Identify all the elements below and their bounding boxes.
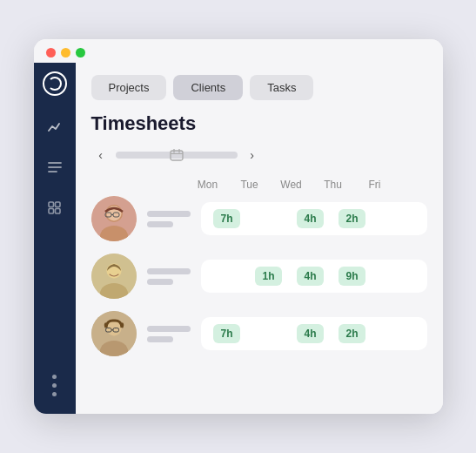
hour-cell-thu: 2h (332, 209, 373, 228)
hour-badge: 7h (213, 324, 239, 343)
date-nav: ‹ › (91, 145, 427, 165)
svg-rect-7 (171, 151, 183, 160)
hours-row: 7h 4h 2h (201, 317, 427, 350)
table-row: 7h 4h 2h (91, 311, 427, 356)
tab-bar: Projects Clients Tasks (91, 75, 427, 100)
hour-badge: 4h (297, 267, 323, 286)
sidebar-dot-group (52, 375, 57, 405)
col-header-wed: Wed (271, 179, 312, 191)
hour-cell-wed: 4h (290, 267, 332, 286)
user-name-placeholder (147, 268, 191, 285)
table-header: Mon Tue Wed Thu Fri (91, 179, 427, 191)
name-line-1 (147, 211, 191, 217)
col-header-thu: Thu (312, 179, 354, 191)
table-row: 7h 4h 2h (91, 196, 427, 241)
titlebar (34, 39, 443, 63)
sidebar-dot-2 (52, 383, 57, 388)
user-name-placeholder (147, 211, 191, 227)
hour-badge: 2h (339, 324, 365, 343)
col-header-tue: Tue (229, 179, 271, 191)
sidebar-logo[interactable] (43, 71, 67, 96)
calendar-icon (170, 149, 184, 161)
avatar (91, 311, 137, 356)
hour-cell-mon: 7h (206, 324, 248, 343)
name-line-1 (147, 326, 191, 332)
sidebar-item-list[interactable] (43, 155, 67, 179)
name-line-2 (147, 279, 173, 285)
hour-cell-thu: 9h (332, 267, 373, 286)
hour-badge: 4h (297, 324, 323, 343)
col-header-fri: Fri (354, 179, 396, 191)
minimize-dot[interactable] (61, 48, 70, 57)
svg-rect-3 (49, 202, 54, 207)
hour-badge: 1h (255, 267, 281, 286)
content-area: Projects Clients Tasks Timesheets ‹ › (76, 63, 443, 414)
tab-tasks[interactable]: Tasks (250, 75, 313, 100)
logo-icon (48, 77, 62, 91)
avatar (91, 254, 137, 299)
timesheet-table: Mon Tue Wed Thu Fri (91, 179, 427, 356)
name-line-2 (147, 221, 173, 227)
svg-rect-4 (56, 202, 61, 207)
hour-cell-wed: 4h (290, 324, 332, 343)
prev-button[interactable]: ‹ (91, 145, 111, 165)
hours-row: 7h 4h 2h (201, 202, 427, 235)
name-line-2 (147, 336, 173, 342)
hour-badge: 4h (297, 209, 323, 228)
hour-cell-thu: 2h (332, 324, 373, 343)
maximize-dot[interactable] (76, 48, 85, 57)
col-header-mon: Mon (187, 179, 229, 191)
page-title: Timesheets (91, 112, 427, 135)
sidebar-dot-1 (52, 375, 57, 379)
tab-clients[interactable]: Clients (173, 75, 243, 100)
next-button[interactable]: › (243, 145, 262, 165)
hour-cell-tue: 1h (248, 267, 290, 286)
avatar (91, 196, 137, 241)
close-dot[interactable] (46, 48, 56, 57)
hour-badge: 7h (213, 209, 239, 228)
sidebar-dot-3 (52, 392, 57, 396)
date-range-bar (116, 152, 238, 159)
svg-rect-6 (56, 208, 61, 213)
app-window: Projects Clients Tasks Timesheets ‹ › (34, 39, 443, 414)
sidebar (34, 63, 76, 414)
hour-cell-mon: 7h (206, 209, 248, 228)
sidebar-item-grid[interactable] (43, 195, 67, 220)
hour-badge: 2h (339, 209, 365, 228)
tab-projects[interactable]: Projects (91, 75, 167, 100)
hours-row: 1h 4h 9h (201, 260, 427, 293)
hour-badge: 9h (339, 267, 365, 286)
svg-rect-5 (49, 208, 54, 213)
hour-cell-wed: 4h (290, 209, 332, 228)
table-row: 1h 4h 9h (91, 254, 427, 299)
name-line-1 (147, 268, 191, 274)
main-content: Projects Clients Tasks Timesheets ‹ › (34, 63, 443, 414)
sidebar-item-chart[interactable] (43, 115, 67, 139)
user-name-placeholder (147, 326, 191, 342)
